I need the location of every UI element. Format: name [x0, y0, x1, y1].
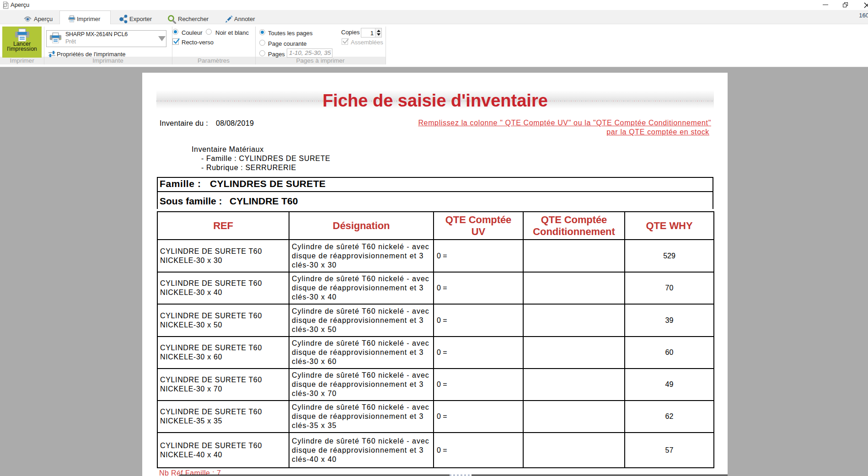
check-icon	[342, 37, 350, 45]
close-icon	[864, 2, 868, 8]
cell-qte-uv: 0 =	[434, 304, 523, 337]
cell-ref: CYLINDRE DE SURETE T60 NICKELE-35 x 35	[157, 401, 289, 433]
printer-name: SHARP MX-2614N PCL6	[65, 31, 128, 37]
cell-qte-cond	[523, 304, 625, 337]
cell-qte-uv: 0 =	[434, 369, 523, 401]
famille-value: CYLINDRES DE SURETE	[210, 178, 326, 189]
radio-couleur-label[interactable]: Couleur	[182, 29, 203, 36]
instructions: Remplissez la colonne " QTE Comptée UV" …	[418, 118, 711, 137]
app-window: Aperçu Aperçu	[0, 0, 868, 476]
sous-famille-box: Sous famille : CYLINDRE T60	[157, 192, 713, 209]
printer-icon	[49, 32, 62, 43]
tab-strip: Aperçu Imprimer Exporter	[0, 10, 868, 24]
cell-qte-cond	[523, 337, 625, 369]
spin-up-icon	[377, 30, 380, 32]
radio-couleur[interactable]	[172, 29, 178, 35]
cell-qte-uv: 0 =	[434, 433, 523, 468]
cell-ref: CYLINDRE DE SURETE T60 NICKELE-30 x 40	[157, 272, 289, 304]
preview-app-icon	[3, 1, 9, 9]
cell-qte-cond	[523, 433, 625, 468]
cell-designation: Cylindre de sûreté T60 nickelé - avec di…	[289, 433, 434, 468]
famille-box: Famille : CYLINDRES DE SURETE	[157, 177, 713, 192]
pages-range-input[interactable]: 1-10, 25-30, 35	[287, 48, 332, 58]
cell-qte-cond	[523, 401, 625, 433]
check-icon	[172, 37, 181, 45]
checkbox-assemblees-label: Assemblées	[351, 39, 383, 46]
tab-rechercher-label: Rechercher	[178, 16, 209, 22]
inventory-table: REF Désignation QTE Comptée UV QTE Compt…	[157, 211, 714, 468]
restore-button[interactable]	[840, 0, 852, 10]
launch-print-button[interactable]: Lancer l'impression	[2, 27, 42, 58]
eye-icon	[24, 16, 32, 22]
close-button[interactable]	[860, 0, 868, 10]
document-page: Fiche de saisie d'inventaire Inventaire …	[142, 73, 728, 476]
cell-qte-why: 60	[625, 337, 714, 369]
cell-qte-uv: 0 =	[434, 401, 523, 433]
table-row: CYLINDRE DE SURETE T60 NICKELE-35 x 35 C…	[157, 401, 714, 433]
sous-famille-value: CYLINDRE T60	[230, 196, 298, 207]
radio-page-courante[interactable]	[259, 40, 265, 46]
minimize-button[interactable]	[820, 0, 831, 10]
radio-toutes-les-pages-label[interactable]: Toutes les pages	[268, 30, 313, 37]
printer-icon	[15, 28, 30, 42]
cell-qte-uv: 0 =	[434, 272, 523, 304]
radio-pages-label[interactable]: Pages	[268, 51, 285, 58]
ribbon: Lancer l'impression Imprimer SHARP MX-26…	[0, 24, 868, 67]
table-row: CYLINDRE DE SURETE T60 NICKELE-30 x 60 C…	[157, 337, 714, 369]
group-separator	[386, 27, 386, 64]
cell-qte-why: 49	[625, 369, 714, 401]
window-title: Aperçu	[11, 1, 29, 8]
col-header-ref: REF	[157, 212, 289, 240]
inventory-date-value: 08/08/2019	[216, 119, 254, 128]
radio-pages[interactable]	[259, 50, 265, 56]
info-line-3: - Rubrique : SERRURERIE	[201, 164, 296, 172]
pencil-icon	[225, 15, 233, 23]
cell-ref: CYLINDRE DE SURETE T60 NICKELE-30 x 70	[157, 369, 289, 401]
spin-down-icon	[377, 33, 380, 36]
table-header: REF Désignation QTE Comptée UV QTE Compt…	[157, 212, 714, 240]
cell-ref: CYLINDRE DE SURETE T60 NICKELE-30 x 30	[157, 240, 289, 272]
table-row: CYLINDRE DE SURETE T60 NICKELE-30 x 50 C…	[157, 304, 714, 337]
group-label-parametres: Paramètres	[172, 57, 255, 64]
printer-properties-label: Propriétés de l'imprimante	[57, 51, 126, 58]
cell-designation: Cylindre de sûreté T60 nickelé - avec di…	[289, 272, 434, 304]
printer-dropdown-button[interactable]	[155, 31, 166, 47]
radio-toutes-les-pages[interactable]	[259, 29, 265, 35]
cell-qte-why: 529	[625, 240, 714, 272]
sliders-icon	[48, 50, 56, 58]
tab-apercu-label: Aperçu	[34, 16, 53, 22]
table-row: CYLINDRE DE SURETE T60 NICKELE-30 x 30 C…	[157, 240, 714, 272]
cell-designation: Cylindre de sûreté T60 nickelé - avec di…	[289, 401, 434, 433]
copies-spin-buttons[interactable]	[375, 28, 381, 37]
tab-exporter-label: Exporter	[129, 16, 152, 22]
radio-page-courante-label[interactable]: Page courante	[268, 40, 307, 47]
cell-qte-why: 70	[625, 272, 714, 304]
copies-stepper[interactable]: 1	[361, 28, 382, 37]
cell-designation: Cylindre de sûreté T60 nickelé - avec di…	[289, 240, 434, 272]
minimize-icon	[823, 5, 828, 5]
copies-label: Copies	[341, 29, 359, 36]
document-title-band: Fiche de saisie d'inventaire	[156, 90, 714, 109]
checkbox-recto-verso[interactable]	[172, 38, 179, 45]
cell-qte-uv: 0 =	[434, 337, 523, 369]
cell-qte-cond	[523, 240, 625, 272]
group-label-pages: Pages à imprimer	[255, 57, 386, 64]
document-title: Fiche de saisie d'inventaire	[156, 91, 714, 111]
table-row: CYLINDRE DE SURETE T60 NICKELE-30 x 70 C…	[157, 369, 714, 401]
zoom-indicator: 160	[859, 12, 868, 19]
title-bar: Aperçu	[0, 0, 868, 10]
radio-noir-et-blanc-label[interactable]: Noir et blanc	[215, 29, 249, 36]
tab-imprimer-label: Imprimer	[77, 16, 100, 22]
copies-value: 1	[370, 30, 374, 37]
sous-famille-label: Sous famille :	[160, 196, 222, 207]
checkbox-recto-verso-label[interactable]: Recto-verso	[182, 39, 214, 46]
table-body: CYLINDRE DE SURETE T60 NICKELE-30 x 30 C…	[157, 240, 714, 468]
inventory-date-label: Inventaire du :	[160, 119, 208, 128]
radio-noir-et-blanc[interactable]	[206, 29, 212, 35]
cell-qte-why: 57	[625, 433, 714, 468]
chevron-down-icon	[158, 36, 166, 41]
cell-designation: Cylindre de sûreté T60 nickelé - avec di…	[289, 304, 434, 337]
printer-select[interactable]: SHARP MX-2614N PCL6 Prêt	[46, 30, 166, 47]
preview-area[interactable]: Fiche de saisie d'inventaire Inventaire …	[0, 68, 868, 476]
group-label-imprimante: Imprimante	[44, 57, 172, 64]
